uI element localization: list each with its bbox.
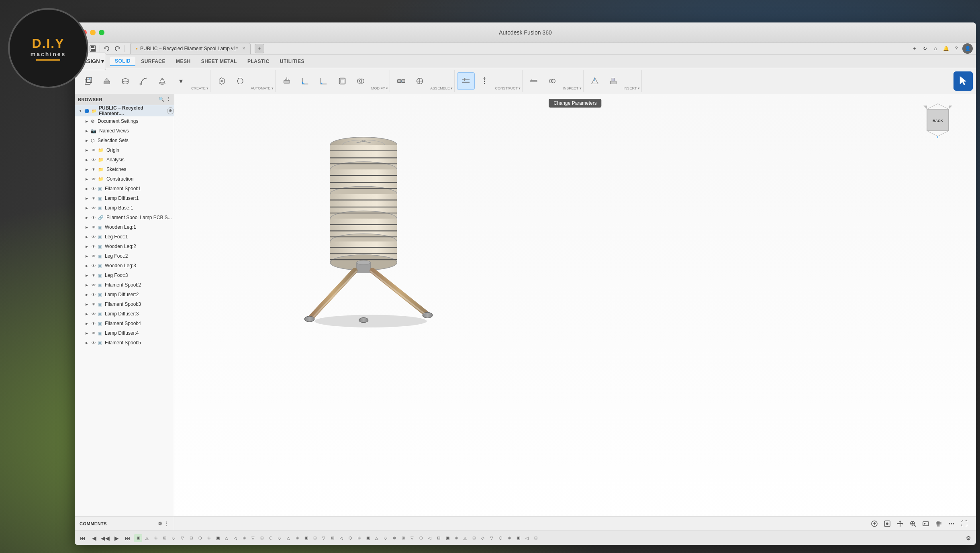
anim-icon[interactable]: ⊕ xyxy=(293,534,301,542)
grid-display-btn[interactable] xyxy=(933,518,944,529)
list-item[interactable]: ▶ 👁 📁 Construction xyxy=(75,174,174,184)
anim-icon[interactable]: ◇ xyxy=(169,534,178,542)
anim-icon[interactable]: ⬡ xyxy=(267,534,275,542)
anim-icon[interactable]: ▣ xyxy=(514,534,522,542)
anim-icon[interactable]: ⊟ xyxy=(187,534,195,542)
anim-icon[interactable]: ▣ xyxy=(364,534,372,542)
eye-icon[interactable]: 👁 xyxy=(91,340,96,346)
eye-icon[interactable]: 👁 xyxy=(91,292,96,297)
expand-arrow[interactable]: ▶ xyxy=(84,292,89,297)
expand-arrow[interactable]: ▶ xyxy=(84,254,89,258)
axis-cube[interactable]: BACK Z xyxy=(920,102,952,134)
maximize-button[interactable] xyxy=(99,30,104,35)
anim-icon[interactable]: ▣ xyxy=(443,534,451,542)
expand-arrow[interactable]: ▶ xyxy=(84,186,89,191)
list-item[interactable]: ▶ 👁 📁 Sketches xyxy=(75,165,174,174)
expand-arrow[interactable]: ▶ xyxy=(84,302,89,307)
eye-icon[interactable]: 👁 xyxy=(91,234,96,240)
anim-icon[interactable]: ◇ xyxy=(276,534,284,542)
list-item[interactable]: ▶ 👁 ▣ Leg Foot:1 xyxy=(75,232,174,242)
expand-arrow[interactable]: ▶ xyxy=(84,234,89,239)
revolve-btn[interactable] xyxy=(116,72,134,90)
expand-arrow[interactable]: ▶ xyxy=(84,138,89,143)
list-item[interactable]: ▶ 👁 ▣ Wooden Leg:2 xyxy=(75,242,174,251)
automate-btn2[interactable] xyxy=(231,72,249,90)
new-tab-button[interactable]: + xyxy=(255,44,264,53)
expand-arrow[interactable]: ▶ xyxy=(84,225,89,230)
list-item[interactable]: ▶ 👁 ▣ Lamp Base:1 xyxy=(75,203,174,213)
anim-icon[interactable]: ⬡ xyxy=(196,534,204,542)
browser-search-icon[interactable]: 🔍 xyxy=(159,97,165,102)
viewport[interactable]: Change Parameters xyxy=(174,94,976,531)
loft-btn[interactable] xyxy=(153,72,171,90)
tab-plastic[interactable]: PLASTIC xyxy=(243,57,274,66)
measure-btn[interactable] xyxy=(525,72,543,90)
list-item[interactable]: ▶ 👁 ▣ Wooden Leg:3 xyxy=(75,261,174,270)
list-item[interactable]: ▶ 📷 Named Views xyxy=(75,126,174,136)
eye-icon[interactable]: 👁 xyxy=(91,301,96,307)
eye-icon[interactable]: 👁 xyxy=(91,330,96,336)
anim-icon[interactable]: ⊕ xyxy=(452,534,460,542)
expand-arrow[interactable]: ▶ xyxy=(84,148,89,152)
eye-icon[interactable]: 👁 xyxy=(91,321,96,326)
anim-icon[interactable]: ◇ xyxy=(479,534,487,542)
expand-arrow[interactable]: ▶ xyxy=(84,331,89,335)
minimize-button[interactable] xyxy=(90,30,96,35)
fullscreen-icon[interactable]: ⛶ xyxy=(959,518,970,529)
fillet-btn[interactable] xyxy=(296,72,314,90)
expand-arrow[interactable]: ▶ xyxy=(84,215,89,220)
anim-icon[interactable]: ⊟ xyxy=(435,534,443,542)
eye-icon[interactable]: 👁 xyxy=(91,272,96,278)
expand-arrow[interactable]: ▶ xyxy=(84,128,89,133)
combine-btn[interactable] xyxy=(352,72,370,90)
list-item[interactable]: ▶ ⬡ Selection Sets xyxy=(75,136,174,145)
eye-icon[interactable]: 👁 xyxy=(91,215,96,220)
root-expand-arrow[interactable]: ▾ xyxy=(78,108,83,113)
anim-icon[interactable]: ▽ xyxy=(408,534,416,542)
eye-icon[interactable]: 👁 xyxy=(91,224,96,230)
construct-axis-btn[interactable] xyxy=(476,72,493,90)
refresh-icon[interactable]: ↻ xyxy=(921,44,929,53)
list-item[interactable]: ▶ 👁 ▣ Lamp Diffuser:3 xyxy=(75,309,174,319)
construct-offset-btn[interactable] xyxy=(457,72,475,90)
eye-icon[interactable]: 👁 xyxy=(91,167,96,172)
eye-icon[interactable]: 👁 xyxy=(91,205,96,211)
eye-icon[interactable]: 👁 xyxy=(91,253,96,259)
list-item[interactable]: ▶ 👁 ▣ Lamp Diffuser:1 xyxy=(75,193,174,203)
eye-icon[interactable]: 👁 xyxy=(91,195,96,201)
anim-first-btn[interactable]: ⏮ xyxy=(78,533,88,543)
save-icon[interactable] xyxy=(88,44,97,53)
anim-icon[interactable]: ◁ xyxy=(426,534,434,542)
anim-icon[interactable]: ⊕ xyxy=(152,534,160,542)
anim-settings-icon[interactable]: ⚙ xyxy=(964,534,973,543)
bell-icon[interactable]: 🔔 xyxy=(941,44,950,53)
eye-icon[interactable]: 👁 xyxy=(91,311,96,317)
list-item[interactable]: ▶ 👁 ▣ Filament Spool:4 xyxy=(75,319,174,328)
select-button[interactable] xyxy=(953,71,973,91)
browser-options-icon[interactable]: ⋮ xyxy=(166,97,171,102)
joint-btn[interactable] xyxy=(392,72,410,90)
expand-arrow[interactable]: ▶ xyxy=(84,196,89,201)
list-item[interactable]: ▶ 👁 ▣ Lamp Diffuser:2 xyxy=(75,290,174,299)
file-tab[interactable]: ● PUBLIC – Recycled Filament Spool Lamp … xyxy=(130,43,251,54)
sweep-btn[interactable] xyxy=(135,72,153,90)
eye-icon[interactable]: 👁 xyxy=(91,186,96,191)
anim-icon[interactable]: △ xyxy=(284,534,292,542)
redo-icon[interactable] xyxy=(113,44,122,53)
eye-icon[interactable]: 👁 xyxy=(91,263,96,268)
home-icon[interactable]: ⌂ xyxy=(931,44,940,53)
expand-arrow[interactable]: ▶ xyxy=(84,340,89,345)
extrude-btn[interactable] xyxy=(98,72,116,90)
anim-icon[interactable]: ▣ xyxy=(302,534,310,542)
root-context-icon[interactable]: ⚙ xyxy=(167,107,174,114)
question-icon[interactable]: ? xyxy=(952,44,961,53)
comments-settings-icon[interactable]: ⚙ xyxy=(158,521,163,527)
expand-arrow[interactable]: ▶ xyxy=(84,263,89,268)
list-item[interactable]: ▶ 👁 ▣ Leg Foot:3 xyxy=(75,270,174,280)
expand-arrow[interactable]: ▶ xyxy=(84,157,89,162)
snap-btn[interactable] xyxy=(869,518,880,529)
eye-icon[interactable]: 👁 xyxy=(91,244,96,249)
anim-icon[interactable]: ⬡ xyxy=(417,534,425,542)
list-item[interactable]: ▶ 👁 ▣ Leg Foot:2 xyxy=(75,251,174,261)
anim-icon[interactable]: ⬡ xyxy=(346,534,354,542)
